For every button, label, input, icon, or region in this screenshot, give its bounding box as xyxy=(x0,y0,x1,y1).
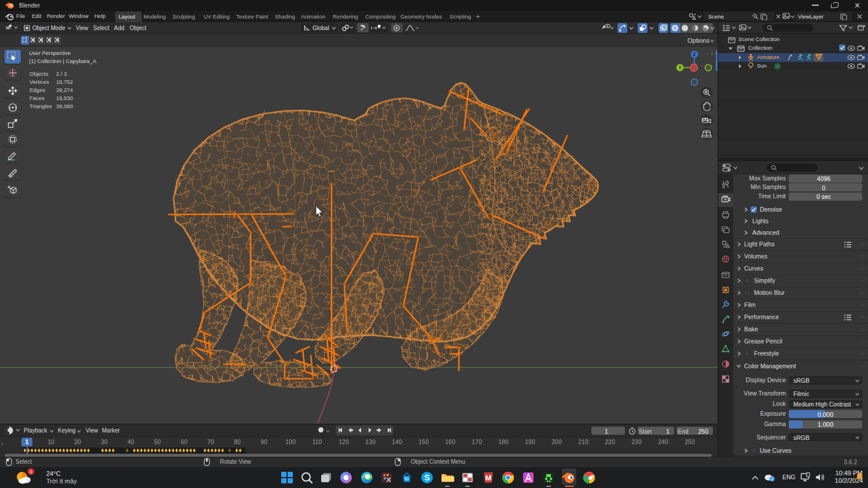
svg-text:250: 250 xyxy=(685,438,695,445)
svg-text:190: 190 xyxy=(525,438,535,445)
svg-text:120: 120 xyxy=(339,438,349,445)
svg-text:110: 110 xyxy=(312,438,322,445)
svg-text:160: 160 xyxy=(445,438,455,445)
svg-text:140: 140 xyxy=(392,438,402,445)
svg-text:Y: Y xyxy=(678,65,682,71)
svg-text:70: 70 xyxy=(207,438,214,445)
svg-text:210: 210 xyxy=(578,438,589,445)
svg-text:220: 220 xyxy=(605,438,615,445)
svg-text:150: 150 xyxy=(418,438,429,445)
svg-text:Z: Z xyxy=(693,51,696,57)
svg-text:240: 240 xyxy=(658,438,668,445)
svg-text:100: 100 xyxy=(285,438,296,445)
svg-text:10: 10 xyxy=(47,438,54,445)
svg-text:200: 200 xyxy=(551,438,562,445)
svg-text:M: M xyxy=(486,474,492,482)
svg-text:90: 90 xyxy=(260,438,267,445)
svg-text:60: 60 xyxy=(181,438,187,445)
svg-text:230: 230 xyxy=(631,438,642,445)
svg-text:80: 80 xyxy=(234,438,241,445)
svg-text:30: 30 xyxy=(101,438,108,445)
svg-text:170: 170 xyxy=(472,438,482,445)
svg-text:50: 50 xyxy=(154,438,161,445)
svg-text:40: 40 xyxy=(127,438,134,445)
svg-text:180: 180 xyxy=(498,438,509,445)
svg-text:S: S xyxy=(424,473,429,482)
svg-text:130: 130 xyxy=(365,438,376,445)
svg-text:20: 20 xyxy=(74,438,81,445)
